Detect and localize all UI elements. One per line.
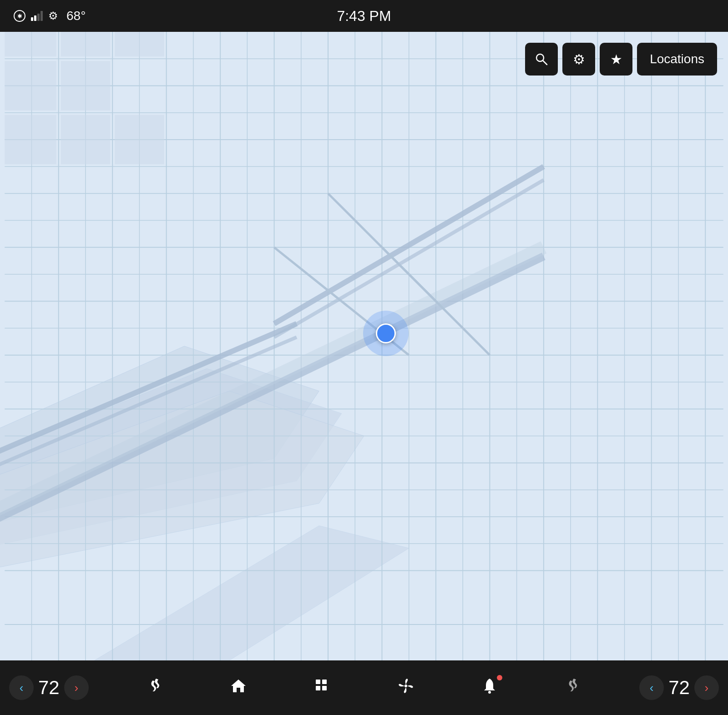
bottom-bar: ‹ 72 › xyxy=(0,660,728,715)
left-chevron-icon: ‹ xyxy=(20,681,24,695)
clock-display: 7:43 PM xyxy=(337,8,391,25)
svg-rect-61 xyxy=(5,32,56,56)
map-toolbar: ⚙ ★ Locations xyxy=(525,43,717,76)
notification-button[interactable] xyxy=(472,673,507,703)
bluetooth-icon: ✱ xyxy=(14,10,25,22)
search-button[interactable] xyxy=(525,43,558,76)
favorites-button[interactable]: ★ xyxy=(600,43,632,76)
svg-point-75 xyxy=(404,685,407,687)
locations-label: Locations xyxy=(650,52,704,66)
signal-icon xyxy=(31,11,43,21)
svg-rect-71 xyxy=(316,680,320,684)
svg-rect-64 xyxy=(5,61,56,111)
right-chevron-icon: › xyxy=(74,681,78,695)
apps-button[interactable] xyxy=(305,673,339,703)
status-bar: ✱ ⚙ 68° 7:43 PM xyxy=(0,0,728,32)
svg-rect-67 xyxy=(61,115,111,165)
map-settings-button[interactable]: ⚙ xyxy=(562,43,595,76)
left-chevron-icon-right: ‹ xyxy=(650,681,654,695)
left-seat-heat[interactable] xyxy=(138,673,172,703)
right-temperature: 72 xyxy=(668,677,690,699)
svg-rect-72 xyxy=(322,680,327,684)
fan-button[interactable] xyxy=(389,673,423,703)
current-location xyxy=(363,311,409,356)
left-temp-section: ‹ 72 › xyxy=(9,675,89,700)
locations-button[interactable]: Locations xyxy=(637,43,717,76)
left-temperature: 72 xyxy=(38,677,60,699)
status-left: ✱ ⚙ 68° xyxy=(14,9,86,23)
settings-status-icon[interactable]: ⚙ xyxy=(48,10,58,22)
gear-icon: ⚙ xyxy=(573,51,585,67)
svg-rect-62 xyxy=(61,32,111,56)
svg-rect-68 xyxy=(115,115,164,165)
temperature-display: 68° xyxy=(66,9,86,23)
location-pulse xyxy=(363,311,409,356)
svg-rect-73 xyxy=(316,686,320,690)
map-container[interactable]: ⚙ ★ Locations xyxy=(0,32,728,660)
right-temp-section: ‹ 72 › xyxy=(639,675,719,700)
right-temp-decrease[interactable]: ‹ xyxy=(639,675,664,700)
left-temp-increase[interactable]: › xyxy=(64,675,89,700)
right-temp-increase[interactable]: › xyxy=(694,675,719,700)
svg-rect-65 xyxy=(61,61,111,111)
left-temp-decrease[interactable]: ‹ xyxy=(9,675,34,700)
star-icon: ★ xyxy=(610,51,622,67)
location-dot xyxy=(376,323,396,343)
svg-rect-66 xyxy=(5,115,56,165)
notification-badge xyxy=(497,675,502,680)
right-chevron-icon-right: › xyxy=(705,681,709,695)
right-seat-heat[interactable] xyxy=(556,673,590,703)
svg-line-70 xyxy=(543,60,547,65)
svg-rect-63 xyxy=(115,32,164,56)
svg-rect-74 xyxy=(322,686,327,690)
svg-point-76 xyxy=(488,691,491,694)
home-button[interactable] xyxy=(221,673,256,703)
